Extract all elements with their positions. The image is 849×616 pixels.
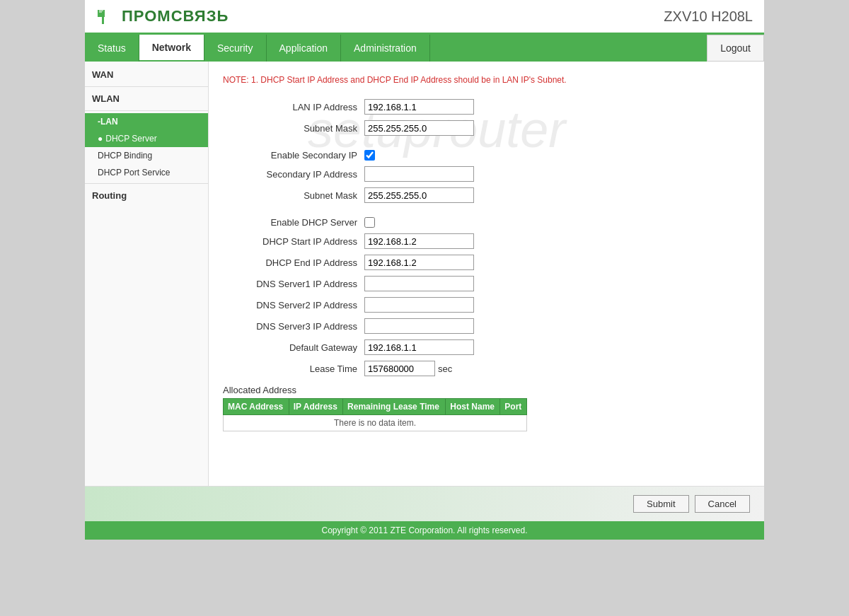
dns3-input[interactable]: [364, 318, 474, 334]
main-layout: WAN WLAN -LAN ●DHCP Server DHCP Binding …: [85, 62, 764, 486]
enable-dhcp-checkbox[interactable]: [364, 217, 375, 228]
allocated-address-section: Allocated Address MAC Address IP Address…: [223, 385, 750, 431]
dns2-input[interactable]: [364, 297, 474, 313]
watermark-area: setuprouter NOTE: 1. DHCP Start IP Addre…: [223, 72, 750, 431]
header: ПРОМСВЯЗЬ ZXV10 H208L: [85, 0, 764, 35]
dns2-label: DNS Server2 IP Address: [223, 300, 364, 310]
sidebar-divider-2: [85, 110, 208, 111]
table-body: There is no data item.: [224, 415, 527, 431]
dhcp-end-row: DHCP End IP Address: [223, 255, 750, 270]
col-ip: IP Address: [289, 399, 342, 415]
dns3-row: DNS Server3 IP Address: [223, 318, 750, 334]
col-mac: MAC Address: [224, 399, 289, 415]
svg-rect-2: [102, 11, 104, 24]
note-box: NOTE: 1. DHCP Start IP Address and DHCP …: [223, 72, 750, 88]
sidebar-item-dhcp-server[interactable]: ●DHCP Server: [85, 130, 208, 147]
enable-dhcp-label: Enable DHCP Server: [223, 217, 364, 228]
nav-administration[interactable]: Administration: [341, 35, 430, 62]
sidebar-item-wlan[interactable]: WLAN: [85, 89, 208, 108]
logo-area: ПРОМСВЯЗЬ: [96, 6, 229, 27]
form-section: LAN IP Address Subnet Mask Enable Second…: [223, 99, 750, 431]
lan-ip-label: LAN IP Address: [223, 102, 364, 112]
navbar: Status Network Security Application Admi…: [85, 35, 764, 62]
lan-ip-row: LAN IP Address: [223, 99, 750, 115]
nav-status[interactable]: Status: [85, 35, 139, 62]
lease-time-input[interactable]: [364, 361, 435, 376]
nav-security[interactable]: Security: [204, 35, 267, 62]
sidebar-divider-3: [85, 183, 208, 184]
subnet-mask-2-label: Subnet Mask: [223, 190, 364, 201]
nav-application[interactable]: Application: [267, 35, 342, 62]
lease-time-suffix: sec: [438, 364, 452, 374]
col-lease: Remaining Lease Time: [343, 399, 446, 415]
enable-dhcp-row: Enable DHCP Server: [223, 217, 750, 228]
dns1-input[interactable]: [364, 276, 474, 291]
nav-network[interactable]: Network: [139, 35, 204, 62]
enable-secondary-ip-checkbox[interactable]: [364, 150, 375, 161]
dhcp-start-input[interactable]: [364, 233, 474, 249]
spacer-1: [223, 141, 750, 150]
default-gw-label: Default Gateway: [223, 342, 364, 353]
allocated-address-title: Allocated Address: [223, 385, 750, 395]
secondary-ip-input[interactable]: [364, 166, 474, 182]
no-data-message: There is no data item.: [224, 415, 527, 431]
spacer-2: [223, 209, 750, 217]
dhcp-end-label: DHCP End IP Address: [223, 257, 364, 268]
subnet-mask-1-row: Subnet Mask: [223, 120, 750, 136]
device-title: ZXV10 H208L: [664, 8, 753, 25]
cancel-button[interactable]: Cancel: [695, 495, 750, 513]
logo-icon: [96, 6, 117, 27]
dhcp-end-input[interactable]: [364, 255, 474, 270]
sidebar: WAN WLAN -LAN ●DHCP Server DHCP Binding …: [85, 62, 209, 486]
secondary-ip-label: Secondary IP Address: [223, 169, 364, 180]
copyright: Copyright © 2011 ZTE Corporation. All ri…: [85, 521, 764, 540]
sidebar-item-dhcp-port-service[interactable]: DHCP Port Service: [85, 164, 208, 181]
footer-bar: Submit Cancel: [85, 486, 764, 521]
sidebar-item-lan[interactable]: -LAN: [85, 113, 208, 130]
default-gw-input[interactable]: [364, 339, 474, 355]
sidebar-item-dhcp-binding[interactable]: DHCP Binding: [85, 147, 208, 164]
subnet-mask-2-row: Subnet Mask: [223, 187, 750, 203]
dhcp-start-row: DHCP Start IP Address: [223, 233, 750, 249]
default-gw-row: Default Gateway: [223, 339, 750, 355]
content-area: setuprouter NOTE: 1. DHCP Start IP Addre…: [209, 62, 764, 486]
col-host: Host Name: [446, 399, 500, 415]
dns3-label: DNS Server3 IP Address: [223, 321, 364, 332]
allocated-address-table: MAC Address IP Address Remaining Lease T…: [223, 398, 527, 431]
enable-secondary-ip-row: Enable Secondary IP: [223, 150, 750, 161]
table-header: MAC Address IP Address Remaining Lease T…: [224, 399, 527, 415]
submit-button[interactable]: Submit: [633, 495, 688, 513]
subnet-mask-2-input[interactable]: [364, 187, 474, 203]
dns2-row: DNS Server2 IP Address: [223, 297, 750, 313]
sidebar-divider-1: [85, 86, 208, 87]
lease-time-label: Lease Time: [223, 364, 364, 374]
lease-time-row: Lease Time sec: [223, 361, 750, 376]
sidebar-item-wan[interactable]: WAN: [85, 65, 208, 84]
dns1-row: DNS Server1 IP Address: [223, 276, 750, 291]
subnet-mask-1-input[interactable]: [364, 120, 474, 136]
subnet-mask-1-label: Subnet Mask: [223, 123, 364, 134]
lan-ip-input[interactable]: [364, 99, 474, 115]
col-port: Port: [500, 399, 527, 415]
sidebar-item-routing[interactable]: Routing: [85, 186, 208, 205]
no-data-row: There is no data item.: [224, 415, 527, 431]
enable-secondary-ip-label: Enable Secondary IP: [223, 150, 364, 161]
bullet-dhcp-server: ●: [98, 134, 103, 144]
logo-label: ПРОМСВЯЗЬ: [122, 7, 229, 25]
secondary-ip-row: Secondary IP Address: [223, 166, 750, 182]
dhcp-start-label: DHCP Start IP Address: [223, 236, 364, 247]
logout-button[interactable]: Logout: [707, 35, 764, 62]
dns1-label: DNS Server1 IP Address: [223, 279, 364, 289]
